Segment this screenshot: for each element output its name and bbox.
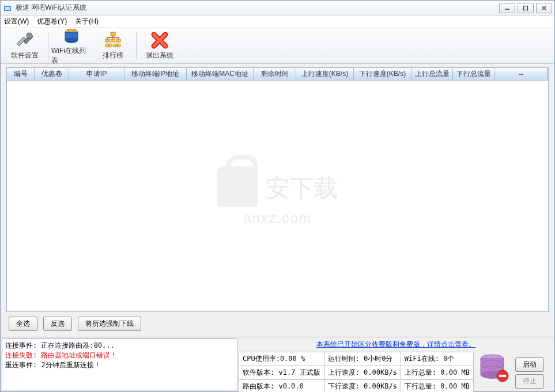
select-all-button[interactable]: 全选 (9, 317, 37, 331)
stats-table: CPU使用率:0.00 % 运行时间: 0小时0分 WiFi在线: 0个 软件版… (239, 352, 474, 392)
exit-x-icon (150, 31, 169, 50)
maximize-button[interactable] (518, 3, 534, 13)
tool-ranking[interactable]: 排行榜 (92, 29, 134, 63)
action-row: 全选 反选 将所选强制下线 (6, 312, 549, 336)
toolbar: 软件设置 WiFi在线列表 排行榜 退出系统 (1, 28, 554, 64)
menubar: 设置(W) 优惠卷(Y) 关于(H) (1, 16, 554, 28)
stop-button: 停止 (515, 374, 544, 389)
notice-link[interactable]: 本系统已开始区分收费版和免费版，详情点击查看。 (239, 338, 553, 352)
uptime: 运行时间: 0小时0分 (324, 352, 401, 366)
up-speed: 上行速度: 0.00KB/s (324, 366, 401, 380)
col-up-total[interactable]: 上行总流量 (411, 68, 453, 80)
col-mobile-ip[interactable]: 移动终端IP地址 (124, 68, 187, 80)
table-body[interactable]: 安下载 anxz.com (7, 81, 548, 311)
col-apply-ip[interactable]: 申请IP (69, 68, 124, 80)
control-buttons: 启动 停止 (515, 352, 544, 392)
log-line-error: 连接失败: 路由器地址或端口错误！ (5, 351, 234, 360)
col-down-speed[interactable]: 下行速度(KB/s) (354, 68, 411, 80)
col-coupon[interactable]: 优惠卷 (35, 68, 69, 80)
stats-row: CPU使用率:0.00 % 运行时间: 0小时0分 WiFi在线: 0个 软件版… (239, 352, 553, 392)
app-window: 极速 网吧WiFi认证系统 设置(W) 优惠卷(Y) 关于(H) 软件设置 Wi… (0, 0, 555, 392)
watermark-text1: 安下载 (266, 172, 338, 204)
router-version: 路由版本: v0.0.0 (239, 380, 324, 393)
data-table: 编号 优惠卷 申请IP 移动终端IP地址 移动终端MAC地址 剩余时间 上行速度… (6, 67, 549, 312)
svg-point-21 (105, 44, 109, 47)
up-total: 上行总量: 0.00 MB (401, 366, 473, 380)
col-remaining[interactable]: 剩余时间 (254, 68, 296, 80)
minimize-button[interactable] (499, 3, 515, 13)
svg-rect-3 (524, 6, 528, 10)
window-controls (499, 3, 552, 13)
tool-ranking-label: 排行榜 (103, 51, 123, 60)
svg-rect-12 (111, 32, 115, 36)
svg-point-9 (65, 37, 78, 43)
watermark-text2: anxz.com (217, 210, 338, 226)
svg-point-24 (117, 44, 120, 47)
tool-settings-label: 软件设置 (11, 51, 39, 60)
database-icon (477, 352, 512, 384)
toolbar-separator (136, 32, 137, 60)
invert-select-button[interactable]: 反选 (43, 317, 72, 331)
bottom-panel: 连接事件: 正在连接路由器:80... 连接失败: 路由器地址或端口错误！ 重连… (1, 337, 554, 391)
col-id[interactable]: 编号 (7, 68, 35, 80)
col-down-total[interactable]: 下行总流量 (453, 68, 494, 80)
content-area: 编号 优惠卷 申请IP 移动终端IP地址 移动终端MAC地址 剩余时间 上行速度… (1, 64, 554, 337)
log-line: 连接事件: 正在连接路由器:80... (5, 341, 234, 351)
close-button[interactable] (536, 3, 552, 13)
bag-icon (217, 166, 258, 207)
svg-rect-1 (5, 7, 10, 10)
tool-settings[interactable]: 软件设置 (4, 29, 46, 63)
down-total: 下行总量: 0.00 MB (401, 380, 473, 393)
svg-point-22 (109, 44, 112, 47)
col-extra[interactable]: -- (494, 68, 548, 80)
table-header: 编号 优惠卷 申请IP 移动终端IP地址 移动终端MAC地址 剩余时间 上行速度… (7, 68, 548, 81)
log-line: 重连事件: 2分钟后重新连接！ (5, 360, 234, 370)
svg-point-6 (27, 33, 32, 39)
watermark: 安下载 anxz.com (217, 166, 338, 226)
cpu-usage: CPU使用率:0.00 % (239, 352, 324, 366)
drum-icon (62, 26, 81, 45)
wifi-online: WiFi在线: 0个 (401, 352, 473, 366)
svg-rect-15 (116, 39, 120, 42)
status-panel: 本系统已开始区分收费版和免费版，详情点击查看。 CPU使用率:0.00 % 运行… (239, 338, 553, 390)
down-speed: 下行速度: 0.00KB/s (324, 380, 401, 393)
window-title: 极速 网吧WiFi认证系统 (16, 3, 499, 13)
app-icon (3, 3, 12, 13)
col-up-speed[interactable]: 上行速度(KB/s) (296, 68, 354, 80)
tool-wifi-list[interactable]: WiFi在线列表 (51, 29, 92, 63)
svg-rect-13 (105, 39, 110, 42)
wrench-icon (16, 31, 34, 50)
tool-exit-label: 退出系统 (146, 51, 173, 60)
menu-coupon[interactable]: 优惠卷(Y) (37, 17, 67, 26)
tool-wifi-list-label: WiFi在线列表 (51, 46, 92, 66)
hierarchy-icon (104, 31, 122, 50)
tool-exit[interactable]: 退出系统 (139, 29, 180, 63)
menu-about[interactable]: 关于(H) (75, 17, 99, 26)
start-button[interactable]: 启动 (515, 357, 544, 372)
svg-rect-14 (111, 39, 115, 42)
log-box: 连接事件: 正在连接路由器:80... 连接失败: 路由器地址或端口错误！ 重连… (2, 338, 237, 390)
svg-point-23 (114, 44, 117, 47)
software-version: 软件版本: v1.7 正式版 (239, 366, 324, 380)
svg-rect-31 (499, 375, 506, 377)
toolbar-separator (48, 32, 48, 60)
force-offline-button[interactable]: 将所选强制下线 (78, 317, 141, 331)
col-mobile-mac[interactable]: 移动终端MAC地址 (187, 68, 254, 80)
titlebar: 极速 网吧WiFi认证系统 (1, 1, 554, 16)
menu-settings[interactable]: 设置(W) (4, 17, 29, 26)
